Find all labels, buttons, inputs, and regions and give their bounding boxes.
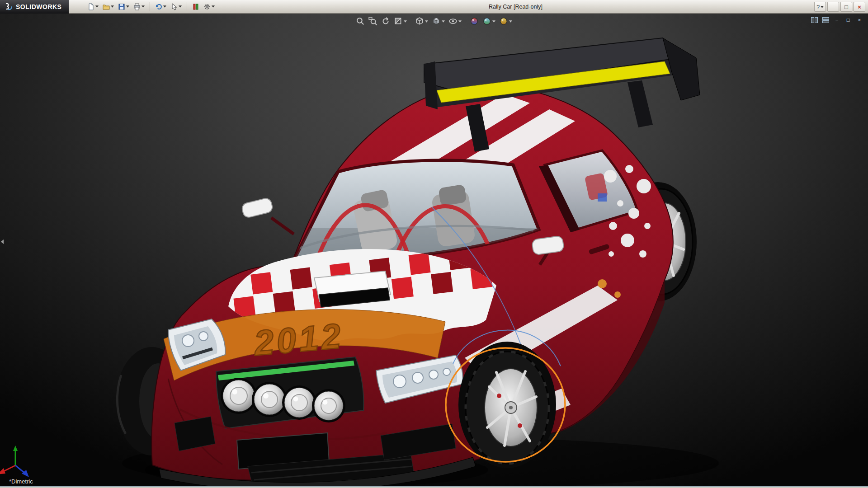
display-style-button[interactable] [431, 16, 446, 27]
dropdown-caret-icon [425, 20, 428, 23]
dropdown-caret-icon [458, 20, 462, 23]
zoom-to-area-icon [368, 17, 377, 26]
save-button[interactable] [117, 2, 131, 11]
previous-view-button[interactable] [380, 16, 391, 27]
dropdown-caret-icon [179, 5, 182, 8]
hide-show-items-button[interactable] [448, 16, 462, 27]
options-button[interactable] [202, 2, 216, 11]
toolbar-separator [187, 2, 187, 11]
options-gear-icon [203, 3, 211, 10]
open-button[interactable] [101, 2, 115, 11]
dropdown-caret-icon [442, 20, 445, 23]
undo-icon [155, 3, 162, 10]
dropdown-caret-icon [509, 20, 512, 23]
orientation-triad [0, 446, 29, 477]
minimize-glyph: − [835, 18, 838, 23]
brand-name: SOLIDWORKS [16, 3, 61, 10]
view-orientation-cube-icon [415, 17, 424, 26]
print-button[interactable] [132, 2, 146, 11]
heads-up-view-toolbar [355, 16, 513, 27]
dropdown-caret-icon [404, 20, 407, 23]
chrome-lamp [282, 385, 316, 420]
edit-appearance-button[interactable] [469, 16, 480, 27]
document-close-button[interactable]: × [855, 16, 863, 23]
document-window-controls: − □ × [810, 16, 863, 23]
new-document-button[interactable] [86, 2, 100, 11]
window-controls: ? − □ × [814, 2, 865, 12]
split-pane-icon [811, 17, 818, 23]
close-glyph: × [858, 4, 861, 10]
document-restore-button[interactable]: □ [844, 16, 852, 23]
toolbar-separator [150, 2, 150, 11]
view-settings-icon [499, 17, 508, 26]
stacked-pane-icon [822, 17, 829, 23]
display-pane-button[interactable] [821, 16, 830, 23]
front-wheel[interactable] [458, 342, 556, 468]
zoom-to-fit-icon [356, 17, 365, 26]
zoom-to-fit-button[interactable] [355, 16, 366, 27]
document-minimize-button[interactable]: − [833, 16, 841, 23]
status-bar-edge [0, 486, 868, 488]
car-decal-year: 2012 [252, 315, 345, 363]
eye-icon [448, 17, 458, 26]
close-button[interactable]: × [854, 2, 865, 12]
appearance-sphere-icon [470, 17, 479, 26]
help-label: ? [816, 4, 820, 10]
minimize-button[interactable]: − [827, 2, 839, 12]
select-button[interactable] [169, 2, 183, 11]
apply-scene-button[interactable] [481, 16, 496, 27]
open-folder-icon [103, 3, 110, 10]
previous-view-icon [381, 17, 390, 26]
collapse-arrow-icon [1, 239, 4, 244]
car-model-render[interactable]: 2012 [0, 14, 868, 488]
dropdown-caret-icon [111, 5, 114, 8]
panel-splitter-handle[interactable] [0, 236, 5, 248]
print-icon [133, 3, 141, 10]
view-orientation-label: *Dimetric [9, 478, 33, 485]
minimize-glyph: − [831, 4, 835, 10]
close-glyph: × [858, 18, 861, 23]
main-toolbar [69, 2, 216, 11]
rebuild-icon [192, 3, 199, 10]
view-orientation-button[interactable] [414, 16, 429, 27]
zoom-to-area-button[interactable] [368, 16, 378, 27]
section-view-icon [394, 17, 403, 26]
dropdown-caret-icon [492, 20, 495, 23]
maximize-button[interactable]: □ [840, 2, 852, 12]
dropdown-caret-icon [163, 5, 166, 8]
chrome-lamp [312, 389, 345, 422]
select-cursor-icon [170, 3, 178, 10]
help-button[interactable]: ? [814, 2, 826, 12]
graphics-area[interactable]: 2012 [0, 14, 868, 488]
undo-button[interactable] [154, 2, 168, 11]
view-settings-button[interactable] [498, 16, 513, 27]
title-bar: SOLIDWORKS [0, 0, 868, 14]
display-style-cube-icon [432, 17, 441, 26]
rebuild-button[interactable] [191, 2, 201, 11]
solidworks-logo: SOLIDWORKS [0, 0, 69, 14]
task-pane-button[interactable] [810, 16, 818, 23]
restore-glyph: □ [847, 18, 850, 23]
new-document-icon [87, 3, 94, 10]
dropdown-caret-icon [95, 5, 99, 8]
dropdown-caret-icon [821, 6, 824, 8]
section-view-button[interactable] [393, 16, 408, 27]
chrome-lamp [252, 382, 287, 417]
dropdown-caret-icon [212, 5, 215, 8]
save-floppy-icon [118, 3, 125, 10]
document-title: Rally Car [Read-only] [489, 0, 542, 14]
maximize-glyph: □ [844, 4, 848, 10]
3ds-logo-icon [4, 2, 13, 11]
scene-globe-icon [482, 17, 491, 26]
left-mirror[interactable] [241, 197, 294, 234]
dropdown-caret-icon [142, 5, 145, 8]
chrome-lamp [221, 378, 257, 414]
dropdown-caret-icon [126, 5, 129, 8]
